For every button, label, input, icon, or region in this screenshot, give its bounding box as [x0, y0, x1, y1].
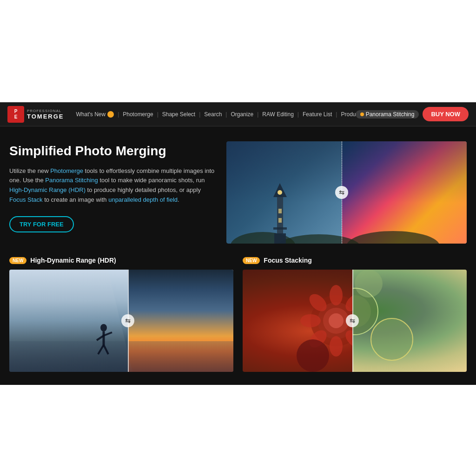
svg-point-26	[300, 314, 321, 327]
navbar: PE PROFESSIONAL TOMERGE What's New | Pho…	[0, 102, 476, 126]
features-row: NEW High-Dynamic Range (HDR)	[0, 257, 476, 385]
figure-svg	[94, 324, 113, 357]
svg-line-13	[104, 332, 112, 336]
bottom-whitespace	[0, 385, 476, 476]
panorama-link[interactable]: Panorama Stitching	[45, 177, 98, 184]
hero-text: Simplified Photo Merging Utilize the new…	[9, 141, 215, 244]
hero-title: Simplified Photo Merging	[9, 143, 215, 159]
lighthouse-svg	[270, 183, 291, 244]
svg-rect-4	[273, 227, 287, 230]
hdr-title: High-Dynamic Range (HDR)	[30, 257, 116, 264]
svg-point-20	[330, 285, 343, 305]
logo-icon: PE	[7, 106, 24, 123]
hero-description: Utilize the new Photomerge tools to effo…	[9, 166, 215, 205]
svg-point-24	[330, 336, 343, 357]
svg-rect-5	[278, 209, 282, 213]
nav-raw-editing[interactable]: RAW Editing	[259, 111, 297, 118]
nav-feature-list[interactable]: Feature List	[300, 111, 335, 118]
buy-now-button[interactable]: BUY NOW	[423, 107, 469, 121]
logo-text-block: PROFESSIONAL TOMERGE	[27, 109, 64, 120]
hdr-arrows-icon: ⇆	[125, 317, 131, 324]
focus-link[interactable]: Focus Stack	[9, 196, 43, 203]
focus-handle[interactable]: ⇆	[346, 314, 359, 327]
svg-point-10	[100, 324, 107, 331]
photomerge-link[interactable]: Photomerge	[50, 167, 83, 174]
top-whitespace	[0, 0, 476, 102]
try-free-button[interactable]: TRY FOR FREE	[9, 216, 74, 232]
nav-product-support[interactable]: Product Support	[338, 111, 355, 118]
focus-new-badge: NEW	[243, 257, 260, 264]
nav-photomerge[interactable]: Photomerge	[120, 111, 156, 118]
hero-image-area: Panorama Stitching	[226, 141, 467, 244]
unparalleled-link[interactable]: unparalleled depth of field	[108, 196, 178, 203]
svg-point-30	[297, 339, 329, 372]
svg-point-3	[278, 190, 282, 195]
focus-title: Focus Stacking	[264, 257, 311, 264]
focus-label: NEW Focus Stacking	[243, 257, 467, 264]
svg-point-9	[346, 231, 439, 244]
focus-arrows-icon: ⇆	[350, 317, 355, 324]
site-wrapper: PE PROFESSIONAL TOMERGE What's New | Pho…	[0, 102, 476, 385]
logo-professional: PROFESSIONAL	[27, 109, 64, 113]
svg-rect-6	[278, 218, 282, 223]
compare-arrows-icon: ⇆	[339, 189, 344, 196]
svg-line-14	[98, 345, 104, 354]
nav-links: What's New | Photomerge | Shape Select |…	[73, 111, 356, 118]
svg-line-15	[104, 345, 108, 354]
hdr-label: NEW High-Dynamic Range (HDR)	[9, 257, 233, 264]
svg-marker-2	[273, 183, 287, 197]
water-reflection	[9, 341, 233, 372]
logo-area: PE PROFESSIONAL TOMERGE	[7, 106, 64, 123]
hero-section: Simplified Photo Merging Utilize the new…	[0, 126, 476, 257]
nav-organize[interactable]: Organize	[228, 111, 256, 118]
hdr-feature-block: NEW High-Dynamic Range (HDR)	[9, 257, 233, 372]
focus-feature-block: NEW Focus Stacking	[243, 257, 467, 372]
rocks-svg	[226, 220, 467, 244]
whats-new-badge	[107, 111, 114, 118]
nav-shape-select[interactable]: Shape Select	[159, 111, 198, 118]
nav-whats-new[interactable]: What's New	[73, 111, 117, 118]
focus-compare[interactable]: ⇆	[243, 270, 467, 372]
panorama-compare[interactable]: ⇆	[226, 141, 467, 244]
hdr-link[interactable]: High-Dynamic Range (HDR)	[9, 186, 86, 193]
svg-point-19	[329, 313, 344, 328]
logo-brand: TOMERGE	[27, 113, 64, 120]
hdr-compare[interactable]: ⇆	[9, 270, 233, 372]
svg-rect-1	[274, 233, 286, 244]
hdr-handle[interactable]: ⇆	[121, 314, 134, 327]
logo-icon-text: PE	[14, 109, 18, 120]
hdr-new-badge: NEW	[9, 257, 26, 264]
compare-handle[interactable]: ⇆	[335, 186, 348, 199]
active-section-pill: Panorama Stitching	[356, 110, 419, 119]
nav-search[interactable]: Search	[201, 111, 225, 118]
active-dot	[360, 112, 364, 116]
